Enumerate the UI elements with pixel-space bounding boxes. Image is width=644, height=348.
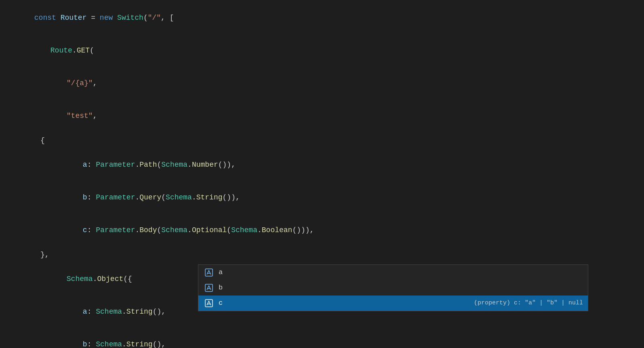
code-line-12: b: Schema.String(),: [0, 328, 644, 348]
class-route: Route: [51, 46, 72, 55]
prop-b2: b: [83, 340, 87, 348]
class-schema7: Schema: [96, 340, 122, 348]
autocomplete-item-b[interactable]: b: [198, 280, 588, 296]
code-line-3: "/{a}",: [0, 67, 644, 100]
class-schema3: Schema: [161, 226, 187, 234]
class-schema5: Schema: [67, 275, 93, 283]
method-boolean: Boolean: [262, 226, 293, 234]
code-line-5: {: [0, 132, 644, 149]
code-line-9: },: [0, 247, 644, 263]
class-schema2: Schema: [166, 193, 192, 201]
autocomplete-label-c: c: [219, 298, 474, 308]
autocomplete-label-a: a: [219, 267, 583, 278]
autocomplete-item-a[interactable]: a: [198, 265, 588, 280]
class-schema4: Schema: [231, 226, 257, 234]
method-query: Query: [139, 193, 161, 201]
var-router: Router: [61, 14, 87, 22]
class-parameter3: Parameter: [96, 226, 135, 234]
prop-a2: a: [83, 308, 87, 316]
method-body: Body: [139, 226, 157, 234]
class-schema6: Schema: [96, 308, 122, 316]
autocomplete-icon-c: [203, 298, 215, 309]
code-line-6: a: Parameter.Path(Schema.Number()),: [0, 149, 644, 181]
class-switch: Switch: [117, 14, 143, 22]
method-get: GET: [77, 46, 90, 55]
string-slash: "/": [148, 14, 161, 22]
string-path-a: "/{a}": [67, 79, 93, 87]
code-line-8: c: Parameter.Body(Schema.Optional(Schema…: [0, 214, 644, 247]
code-line-4: "test",: [0, 100, 644, 132]
method-string2: String: [126, 308, 153, 316]
autocomplete-detail-c: (property) c: "a" | "b" | null: [474, 299, 583, 308]
method-object: Object: [97, 275, 123, 283]
method-string3: String: [126, 340, 153, 348]
keyword-const: const: [34, 14, 56, 22]
prop-b: b: [83, 193, 87, 201]
autocomplete-icon-b: [203, 282, 215, 293]
keyword-new: new: [100, 14, 113, 22]
autocomplete-label-b: b: [219, 283, 583, 293]
prop-a: a: [83, 161, 87, 169]
method-path: Path: [139, 161, 157, 169]
code-line-1: const Router = new Switch("/", [: [0, 2, 644, 34]
code-line-7: b: Parameter.Query(Schema.String()),: [0, 181, 644, 214]
autocomplete-icon-a: [203, 267, 215, 278]
autocomplete-dropdown[interactable]: a b c (property) c: "a" | "b" | null: [198, 264, 588, 311]
code-line-2: Route.GET(: [0, 34, 644, 67]
class-schema1: Schema: [161, 161, 187, 169]
string-test: "test": [67, 112, 93, 120]
method-number: Number: [192, 161, 218, 169]
class-parameter2: Parameter: [96, 193, 135, 201]
method-string1: String: [196, 193, 223, 201]
autocomplete-item-c[interactable]: c (property) c: "a" | "b" | null: [198, 296, 588, 311]
class-parameter: Parameter: [96, 161, 135, 169]
method-optional: Optional: [192, 226, 227, 234]
prop-c: c: [83, 226, 87, 234]
